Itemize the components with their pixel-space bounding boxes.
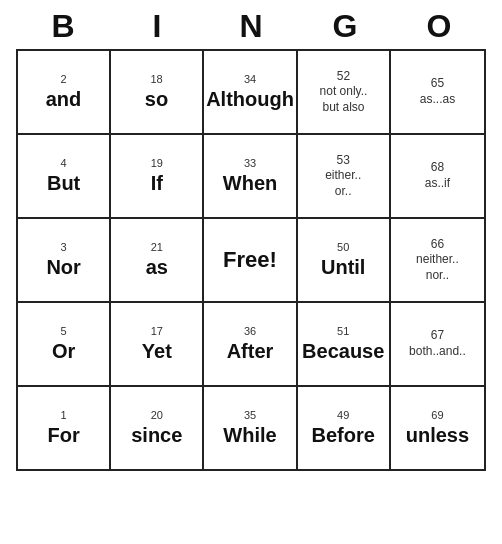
cell-number: 20 xyxy=(151,409,163,422)
cell-word: not only.. but also xyxy=(320,84,368,115)
cell-word: Or xyxy=(52,339,75,363)
bingo-cell[interactable]: 53 either.. or.. xyxy=(298,135,391,217)
bingo-cell[interactable]: 50 Until xyxy=(298,219,391,301)
cell-word: Because xyxy=(302,339,384,363)
bingo-cell[interactable]: 33 When xyxy=(204,135,297,217)
cell-number: 36 xyxy=(244,325,256,338)
bingo-cell[interactable]: 18 so xyxy=(111,51,204,133)
bingo-row: 4 But 19 If 33 When 53 either.. or.. 68 … xyxy=(18,135,484,219)
bingo-cell[interactable]: 1 For xyxy=(18,387,111,469)
cell-number: 2 xyxy=(60,73,66,86)
cell-word: neither.. nor.. xyxy=(416,252,459,283)
cell-word: since xyxy=(131,423,182,447)
cell-word: and xyxy=(46,87,82,111)
bingo-cell[interactable]: 52 not only.. but also xyxy=(298,51,391,133)
cell-number: 1 xyxy=(61,409,67,422)
bingo-row: 5 Or 17 Yet 36 After 51 Because 67 both.… xyxy=(18,303,484,387)
bingo-row: 3 Nor 21 as Free! 50 Until 66 neither.. … xyxy=(18,219,484,303)
cell-word: as...as xyxy=(420,92,455,108)
bingo-cell[interactable]: 5 Or xyxy=(18,303,111,385)
cell-number: 19 xyxy=(151,157,163,170)
bingo-cell[interactable]: 17 Yet xyxy=(111,303,204,385)
cell-word: Nor xyxy=(46,255,80,279)
header-b: B xyxy=(19,8,107,45)
cell-number: 5 xyxy=(61,325,67,338)
bingo-cell[interactable]: 19 If xyxy=(111,135,204,217)
header-i: I xyxy=(113,8,201,45)
cell-number: 21 xyxy=(151,241,163,254)
cell-number: 49 xyxy=(337,409,349,422)
cell-word: Until xyxy=(321,255,365,279)
bingo-cell[interactable]: 34 Although xyxy=(204,51,298,133)
bingo-cell[interactable]: 20 since xyxy=(111,387,204,469)
cell-number: 17 xyxy=(151,325,163,338)
bingo-cell[interactable]: 36 After xyxy=(204,303,297,385)
cell-number: 67 xyxy=(431,328,444,344)
bingo-cell[interactable]: 66 neither.. nor.. xyxy=(391,219,484,301)
cell-word: While xyxy=(223,423,276,447)
bingo-cell[interactable]: 35 While xyxy=(204,387,297,469)
bingo-cell[interactable]: 3 Nor xyxy=(18,219,111,301)
header-o: O xyxy=(395,8,483,45)
cell-word: When xyxy=(223,171,277,195)
cell-word: either.. or.. xyxy=(325,168,361,199)
bingo-cell[interactable]: 4 But xyxy=(18,135,111,217)
bingo-cell[interactable]: 49 Before xyxy=(298,387,391,469)
bingo-row: 1 For 20 since 35 While 49 Before 69 unl… xyxy=(18,387,484,469)
cell-number: 69 xyxy=(431,409,443,422)
cell-number: 51 xyxy=(337,325,349,338)
cell-number: 50 xyxy=(337,241,349,254)
cell-number: 68 xyxy=(431,160,444,176)
bingo-cell[interactable]: 21 as xyxy=(111,219,204,301)
cell-number: 35 xyxy=(244,409,256,422)
cell-word: both..and.. xyxy=(409,344,466,360)
bingo-grid: 2 and 18 so 34 Although 52 not only.. bu… xyxy=(16,49,486,471)
cell-word: For xyxy=(47,423,79,447)
cell-word: as xyxy=(146,255,168,279)
cell-number: 66 xyxy=(431,237,444,253)
bingo-cell[interactable]: 69 unless xyxy=(391,387,484,469)
free-space: Free! xyxy=(223,247,277,273)
cell-word: Although xyxy=(206,87,294,111)
cell-number: 3 xyxy=(61,241,67,254)
bingo-cell[interactable]: 2 and xyxy=(18,51,111,133)
bingo-cell[interactable]: Free! xyxy=(204,219,297,301)
cell-number: 65 xyxy=(431,76,444,92)
cell-word: unless xyxy=(406,423,469,447)
cell-word: But xyxy=(47,171,80,195)
bingo-cell[interactable]: 67 both..and.. xyxy=(391,303,484,385)
cell-word: Yet xyxy=(142,339,172,363)
cell-word: If xyxy=(151,171,163,195)
cell-word: After xyxy=(227,339,274,363)
cell-word: as..if xyxy=(425,176,450,192)
cell-number: 18 xyxy=(150,73,162,86)
bingo-cell[interactable]: 65 as...as xyxy=(391,51,484,133)
bingo-cell[interactable]: 51 Because xyxy=(298,303,391,385)
cell-number: 53 xyxy=(337,153,350,169)
bingo-header: B I N G O xyxy=(16,0,486,49)
cell-number: 34 xyxy=(244,73,256,86)
cell-word: so xyxy=(145,87,168,111)
cell-number: 52 xyxy=(337,69,350,85)
bingo-cell[interactable]: 68 as..if xyxy=(391,135,484,217)
header-n: N xyxy=(207,8,295,45)
cell-word: Before xyxy=(312,423,375,447)
cell-number: 33 xyxy=(244,157,256,170)
cell-number: 4 xyxy=(61,157,67,170)
bingo-row: 2 and 18 so 34 Although 52 not only.. bu… xyxy=(18,51,484,135)
header-g: G xyxy=(301,8,389,45)
